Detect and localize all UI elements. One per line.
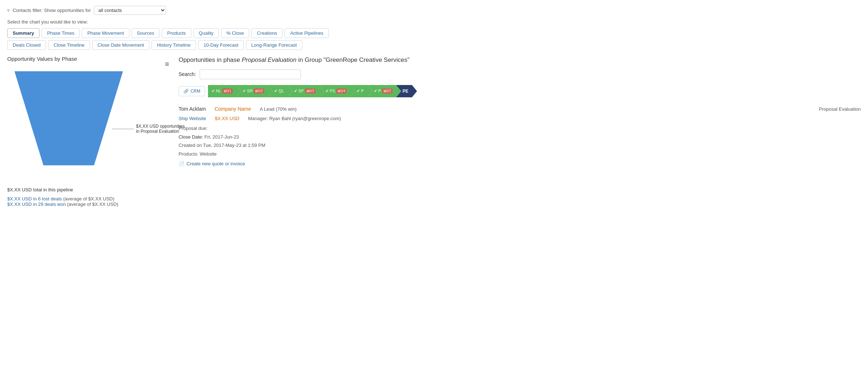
main-content: Opportunity Values by Phase $X.XX USD op…	[7, 56, 861, 207]
tab-sources[interactable]: Sources	[132, 28, 160, 38]
contacts-filter-select[interactable]: all contacts	[94, 6, 166, 15]
contacts-filter-bar: ▿ Contacts filter: Show opportunities fo…	[7, 6, 861, 15]
ship-website-link[interactable]: Ship Website	[179, 114, 206, 123]
funnel-title: Opportunity Values by Phase	[7, 56, 152, 62]
funnel-svg	[7, 68, 130, 173]
stage-nl[interactable]: ✔ NL ⊠0/1	[208, 85, 236, 97]
opp-value: $X.XX USD	[215, 114, 239, 123]
tab-long-range-forecast[interactable]: Long-Range Forecast	[246, 40, 302, 50]
tab-creations[interactable]: Creations	[251, 28, 282, 38]
pipeline-row: 🔗 CRM ✔ NL ⊠0/1 ✔ SR ⊠0/2 ✔ QL	[179, 85, 861, 97]
funnel-annotation: $X.XX USD opportunities in Proposal Eval…	[112, 124, 185, 134]
manager-info: Manager: Ryan Bahl (ryan@greenrope.com)	[248, 114, 341, 123]
opp-row-1: Tom Acklam Company Name A Lead (70% win)…	[179, 105, 861, 114]
tab-pct-close[interactable]: % Close	[221, 28, 249, 38]
company-name[interactable]: Company Name	[214, 105, 251, 114]
tab-summary[interactable]: Summary	[7, 28, 39, 38]
funnel-lost[interactable]: $X.XX USD in 6 lost deals (average of $X…	[7, 196, 152, 202]
created-on: Created on Tue, 2017-May-23 at 1:59 PM	[179, 141, 861, 149]
opp-row-2: Ship Website $X.XX USD Manager: Ryan Bah…	[179, 114, 861, 123]
close-date-line: Close Date: Fri, 2017-Jun-23	[179, 133, 861, 141]
crm-button[interactable]: 🔗 CRM	[179, 86, 205, 96]
tab-history-timeline[interactable]: History Timeline	[152, 40, 196, 50]
tab-phase-movement[interactable]: Phase Movement	[82, 28, 129, 38]
funnel-annotation-text: $X.XX USD opportunities in Proposal Eval…	[136, 124, 185, 134]
funnel-stats: $X.XX USD total in this pipeline $X.XX U…	[7, 187, 152, 207]
proposal-due: Proposal due:	[179, 124, 861, 132]
left-panel: Opportunity Values by Phase $X.XX USD op…	[7, 56, 159, 207]
quote-icon: 📄	[179, 160, 184, 168]
tabs-row1: Summary Phase Times Phase Movement Sourc…	[7, 28, 861, 38]
filter-icon: ▿	[7, 8, 10, 13]
search-input[interactable]	[200, 69, 301, 79]
chart-select-label: Select the chart you would like to view:	[7, 19, 861, 25]
tab-10day-forecast[interactable]: 10-Day Forecast	[198, 40, 244, 50]
crm-icon: 🔗	[183, 89, 189, 94]
tab-close-date-movement[interactable]: Close Date Movement	[92, 40, 150, 50]
search-label: Search:	[179, 71, 196, 77]
right-panel: Opportunities in phase Proposal Evaluati…	[175, 56, 861, 207]
tab-products[interactable]: Products	[162, 28, 191, 38]
svg-marker-0	[14, 71, 123, 165]
tab-active-pipelines[interactable]: Active Pipelines	[285, 28, 329, 38]
products-line: Products: Website	[179, 150, 861, 158]
tabs-row2: Deals Closed Close Timeline Close Date M…	[7, 40, 861, 50]
tab-quality[interactable]: Quality	[193, 28, 219, 38]
tab-phase-times[interactable]: Phase Times	[42, 28, 80, 38]
tab-deals-closed[interactable]: Deals Closed	[7, 40, 46, 50]
stages-container: ✔ NL ⊠0/1 ✔ SR ⊠0/2 ✔ QL ✔ SP ⊠0/3	[208, 85, 412, 97]
funnel-annotation-line	[112, 129, 134, 129]
lead-info: A Lead (70% win)	[260, 105, 297, 113]
funnel-chart: $X.XX USD opportunities in Proposal Eval…	[7, 68, 141, 180]
create-quote-link[interactable]: 📄 Create new quote or invoice	[179, 160, 861, 168]
funnel-won[interactable]: $X.XX USD in 29 deals won (average of $X…	[7, 202, 152, 207]
opportunity-title: Opportunities in phase Proposal Evaluati…	[179, 56, 861, 64]
phase-label-right: Proposal Evaluation	[819, 105, 861, 113]
tab-close-timeline[interactable]: Close Timeline	[48, 40, 90, 50]
filter-label: Contacts filter: Show opportunities for	[13, 8, 91, 13]
search-row: Search:	[179, 69, 861, 79]
funnel-total: $X.XX USD total in this pipeline	[7, 187, 152, 192]
contact-name: Tom Acklam	[179, 105, 206, 114]
opportunity-details: Tom Acklam Company Name A Lead (70% win)…	[179, 105, 861, 168]
